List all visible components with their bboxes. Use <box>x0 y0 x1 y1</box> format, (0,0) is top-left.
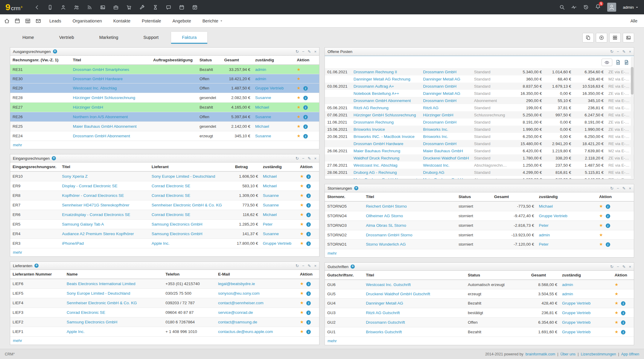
email-link[interactable]: service@conrad.de <box>218 310 253 315</box>
table-row[interactable]: 11.06.2021Drossmann RechnungDrossmann Gm… <box>325 118 634 126</box>
info-icon[interactable]: i <box>621 301 625 306</box>
table-row[interactable]: 15.06.2021Brisworks InvoiceBrisworks Inc… <box>325 126 634 133</box>
document-link[interactable]: Ritzli AG Rechnung <box>354 106 389 110</box>
notifications-button[interactable]: 5 <box>595 4 601 10</box>
info-icon[interactable]: i <box>306 282 311 286</box>
about-link[interactable]: Über uns <box>560 352 576 356</box>
star-icon[interactable]: ★ <box>300 320 304 324</box>
star-icon[interactable]: ★ <box>297 124 301 129</box>
table-row[interactable]: 28.06.2021Druborg AG - RechnungDruborg A… <box>325 169 634 176</box>
organization-link[interactable]: Hürzinger GmbH <box>423 113 453 117</box>
mail-icon[interactable] <box>36 18 41 24</box>
star-icon[interactable]: ★ <box>615 320 619 325</box>
star-icon[interactable]: ★ <box>300 212 304 217</box>
assignee-link[interactable]: Susanne <box>263 203 279 207</box>
table-row[interactable]: GU5Druckerei Waldhof GmbH Gutschrifterze… <box>325 289 634 299</box>
organization-link[interactable]: Drossmann GmbH <box>423 98 456 103</box>
table-row[interactable]: RE24Drossmann GmbH Abonnementerzeugt345,… <box>10 131 319 141</box>
open-app-link[interactable]: App öffnen <box>621 352 639 356</box>
table-row[interactable]: RE28Hürzinger GmbH Schlussrechnunggesend… <box>10 93 319 103</box>
info-icon[interactable]: i <box>306 232 311 236</box>
star-icon[interactable]: ★ <box>300 281 304 286</box>
table-row[interactable]: ER3iPhone/iPadApple Inc.17.800,00 €Grupp… <box>10 239 319 248</box>
table-row[interactable]: GU3Ritzli AG Gutschriftbestätigt236,81 €… <box>325 308 634 318</box>
assignee-link[interactable]: Susanne <box>255 134 271 138</box>
star-icon[interactable]: ★ <box>300 291 304 296</box>
table-row[interactable]: RE27Hürzinger GmbHBezahlt4.165,00 €Micha… <box>10 103 319 112</box>
star-icon[interactable]: ★ <box>297 133 301 138</box>
star-icon[interactable]: ★ <box>599 242 603 247</box>
table-row[interactable]: Danninger Metall AG RechnungDanninger Me… <box>325 75 634 83</box>
star-icon[interactable]: ★ <box>300 329 304 334</box>
mobile-icon[interactable] <box>48 5 53 10</box>
assignee-link[interactable]: admin <box>255 77 266 81</box>
close-icon[interactable]: × <box>629 186 631 190</box>
tab-support[interactable]: Support <box>131 32 171 44</box>
storno-title-link[interactable]: Alma Obras SL Storno <box>366 223 406 228</box>
copy-dashboard-button[interactable] <box>582 33 594 42</box>
document-link[interactable]: Druborg AG - Rechnung <box>354 170 397 175</box>
table-row[interactable]: STORNO3Alma Obras SL Stornostorniert-2.8… <box>325 221 634 230</box>
document-link[interactable]: Drossmann Rechnung II <box>354 70 397 74</box>
info-icon[interactable]: i <box>306 320 311 325</box>
close-icon[interactable]: × <box>314 264 316 268</box>
assignee-link[interactable]: Gruppe Vertrieb <box>562 320 590 325</box>
assignee-link[interactable]: Gruppe Vertrieb <box>562 330 590 334</box>
organization-link[interactable]: Drossmann GmbH <box>423 120 456 124</box>
invoice-title-link[interactable]: Kopfhörer - Conrad Electronics SE <box>62 193 124 198</box>
home-icon[interactable] <box>4 18 10 24</box>
image-view-button[interactable] <box>623 33 634 42</box>
assignee-link[interactable]: Susanne <box>263 193 279 198</box>
table-row[interactable]: STORNO2Drossmann GmbH Stornostorniert-13… <box>325 230 634 240</box>
assignee-link[interactable]: Peter <box>263 222 272 226</box>
assignee-link[interactable]: admin <box>562 292 573 296</box>
assignee-link[interactable]: admin <box>562 282 573 287</box>
organization-link[interactable]: Ritzli AG <box>423 106 439 110</box>
table-row[interactable]: LIEF3Conrad Electronic SE09604 40 87 87s… <box>10 308 319 317</box>
info-icon[interactable]: i <box>303 115 308 119</box>
credit-title-link[interactable]: Westcoast Inc. Gutschrift <box>366 282 411 287</box>
tab-vertrieb[interactable]: Vertrieb <box>47 32 87 44</box>
tab-marketing[interactable]: Marketing <box>87 32 131 44</box>
supplier-link[interactable]: Apple Inc. <box>152 241 170 246</box>
assignee-link[interactable]: Michael <box>255 124 269 129</box>
table-row[interactable]: LIEF2Samsung Electronics GmbH0180 6 7267… <box>10 317 319 327</box>
organization-link[interactable]: Druckerei Waldhof GmbH <box>423 156 469 160</box>
supplier-link[interactable]: Conrad Electronic SE <box>152 193 190 198</box>
invoice-title-link[interactable]: Audiance A2 Premium Stereo Kopfhörer <box>62 232 134 236</box>
supplier-name-link[interactable]: Samsung Electronics GmbH <box>67 320 118 324</box>
export-pdf-icon[interactable] <box>616 60 621 65</box>
export-document-icon[interactable] <box>624 60 629 65</box>
calendar-icon[interactable] <box>15 18 20 24</box>
menu-item-kontakte[interactable]: Kontakte <box>113 19 130 23</box>
table-row[interactable]: 05.06.2021Ritzli AG RechnungRitzli AGSta… <box>325 104 634 111</box>
projects-icon[interactable] <box>113 5 118 10</box>
email-link[interactable]: contact@sennheiser.com <box>218 301 264 305</box>
table-row[interactable]: LIEF4Sennheiser Electronic GmbH & Co. KG… <box>10 298 319 308</box>
organization-link[interactable]: Druborg AG <box>423 170 444 175</box>
table-row[interactable]: 07.06.2021Hürzinger GmbH Schlussrechnung… <box>325 111 634 118</box>
info-icon[interactable]: i <box>306 213 311 217</box>
table-row[interactable]: RE26Northern Iron A/S AbonnementOffen5.3… <box>10 112 319 122</box>
table-row[interactable]: STORNO4Ollheimer AG Stornostorniert-9.47… <box>325 211 634 221</box>
table-row[interactable]: STORNO5Reichert GmbH Stornostorniert-773… <box>325 201 634 211</box>
star-icon[interactable]: ★ <box>297 76 301 81</box>
table-row[interactable]: GU4Danninger Metall AGBezahlt428,40 €Gru… <box>325 299 634 308</box>
collapse-icon[interactable]: − <box>617 186 619 190</box>
refresh-icon[interactable]: ↻ <box>610 186 613 190</box>
document-link[interactable]: Danninger Metall AG Rechnung <box>354 77 410 81</box>
info-icon[interactable]: i <box>306 194 311 198</box>
table-row[interactable]: RE29Westcoast Inc. AbschlagOffen1.487,50… <box>10 83 319 93</box>
mehr-link[interactable]: mehr <box>10 141 319 149</box>
info-icon[interactable]: i <box>306 311 311 315</box>
storno-title-link[interactable]: Reichert GmbH Storno <box>366 204 407 209</box>
table-row[interactable]: GU6Westcoast Inc. GutschriftAutomatisch … <box>325 280 634 289</box>
mehr-link[interactable]: mehr <box>10 337 319 345</box>
table-row[interactable]: ER10Sony Xperia ZSony Europe Limited - D… <box>10 171 319 181</box>
star-icon[interactable]: ★ <box>300 183 304 188</box>
star-icon[interactable]: ★ <box>297 67 301 72</box>
organization-link[interactable]: Maier Bauhaus GmbH <box>423 149 463 153</box>
info-icon[interactable]: i <box>621 311 625 315</box>
assignee-link[interactable]: admin <box>539 233 550 237</box>
menu-item-potentiale[interactable]: Potentiale <box>142 19 161 23</box>
